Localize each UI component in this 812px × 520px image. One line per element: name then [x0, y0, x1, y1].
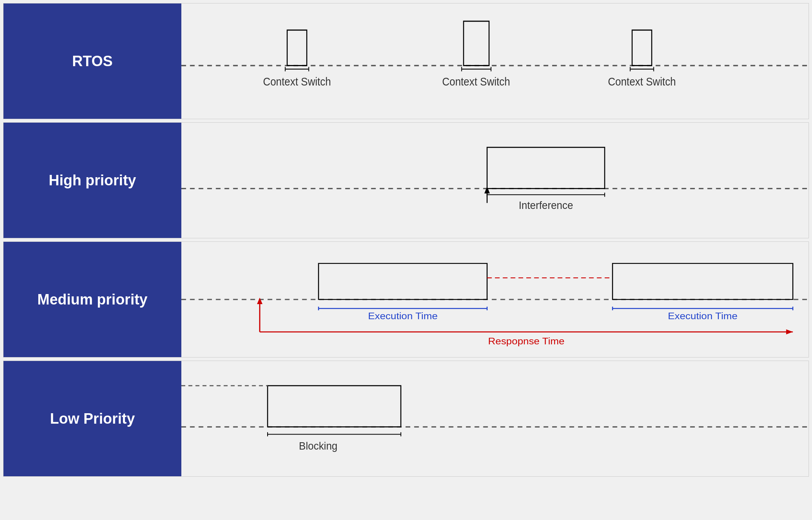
svg-text:Context Switch: Context Switch	[263, 75, 331, 88]
high-diagram: Interference	[181, 123, 809, 238]
rtos-diagram: Context Switch Context Switch Context Sw…	[181, 3, 809, 119]
high-label: High priority	[49, 172, 136, 189]
svg-marker-29	[257, 298, 263, 304]
svg-rect-42	[268, 386, 401, 427]
low-svg: Blocking	[181, 361, 809, 476]
svg-rect-1	[287, 30, 307, 66]
high-svg: Interference	[181, 123, 809, 238]
svg-text:Blocking: Blocking	[299, 440, 338, 452]
high-row: High priority Interference	[3, 122, 809, 238]
svg-text:Context Switch: Context Switch	[442, 75, 510, 88]
medium-svg: Execution Time Execution Time Respopnse …	[181, 242, 809, 357]
svg-text:Execution Time: Execution Time	[368, 311, 438, 321]
rtos-label: RTOS	[72, 53, 113, 70]
svg-marker-31	[786, 329, 793, 334]
high-label-col: High priority	[3, 123, 181, 238]
svg-text:Execution Time: Execution Time	[668, 311, 737, 321]
low-row: Low Priority Blocking	[3, 361, 809, 477]
svg-rect-11	[632, 30, 652, 66]
rtos-svg: Context Switch Context Switch Context Sw…	[181, 3, 809, 119]
svg-rect-6	[464, 21, 489, 66]
low-label: Low Priority	[50, 411, 135, 427]
svg-text:Respopnse Time: Respopnse Time	[488, 336, 565, 346]
low-diagram: Blocking	[181, 361, 809, 476]
svg-rect-27	[612, 263, 793, 299]
svg-rect-17	[487, 147, 605, 188]
svg-text:Context Switch: Context Switch	[608, 75, 676, 88]
low-label-col: Low Priority	[3, 361, 181, 476]
svg-marker-19	[484, 186, 490, 193]
rtos-row: RTOS Context Switch Context Switch C	[3, 3, 809, 119]
medium-label-col: Medium priority	[3, 242, 181, 357]
medium-row: Medium priority Execution Time	[3, 241, 809, 358]
medium-label: Medium priority	[37, 291, 147, 308]
svg-text:Interference: Interference	[519, 200, 573, 212]
svg-rect-25	[319, 263, 487, 299]
medium-diagram: Execution Time Execution Time Respopnse …	[181, 242, 809, 357]
rtos-label-col: RTOS	[3, 3, 181, 119]
